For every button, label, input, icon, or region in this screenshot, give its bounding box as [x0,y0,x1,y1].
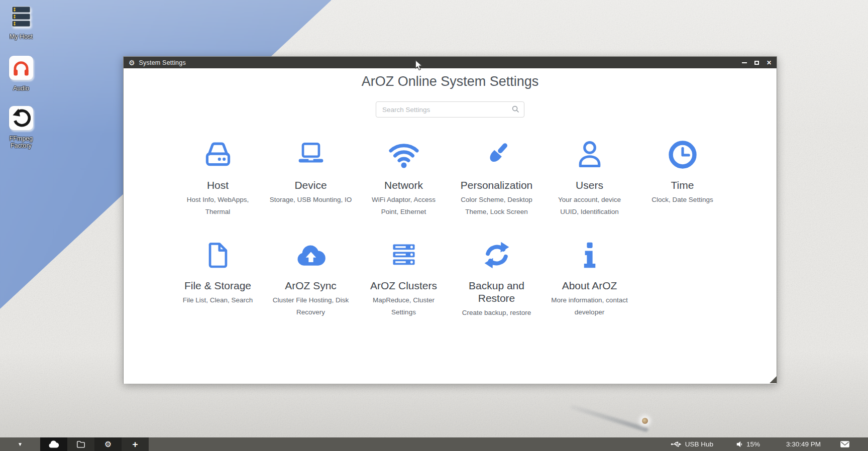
window-body: ArOZ Online System Settings [124,68,777,384]
users-icon [575,140,605,170]
wall-nail [642,418,648,424]
server-rack-icon [10,5,33,28]
settings-row-1: Host Host Info, WebApps, Thermal Device … [171,140,729,218]
envelope-icon [840,440,850,448]
desktop-icon-audio[interactable]: Audio [2,56,40,92]
minimize-button[interactable] [742,62,747,63]
settings-item-file-storage[interactable]: File & Storage File List, Clean, Search [171,240,264,319]
settings-grid: Host Host Info, WebApps, Thermal Device … [171,140,729,319]
gear-icon: ⚙ [104,440,112,448]
taskbar-status-area: USB Hub 15% 3:30:49 PM [671,440,868,448]
recycle-arrow-icon [12,108,31,128]
settings-item-subtitle: WiFi Adaptor, Access Point, Ethernet [362,194,445,218]
aroz-sync-icon [295,240,327,270]
settings-item-title: Network [384,179,423,191]
network-icon [387,140,420,170]
settings-item-title: Host [207,179,229,191]
settings-item-subtitle: Storage, USB Mounting, IO [270,194,352,206]
desktop-icon-ffmpeg-factory[interactable]: FFmpeg Factory [2,106,40,149]
window-resize-handle[interactable] [770,376,777,383]
mail-status[interactable] [840,440,850,448]
search-input[interactable] [376,101,524,118]
time-icon [668,140,698,170]
clock-status[interactable]: 3:30:49 PM [786,440,821,448]
settings-item-subtitle: Create backup, restore [462,307,531,319]
headphones-icon [12,58,31,77]
volume-status[interactable]: 15% [736,440,760,448]
taskbar: ▼ ⚙ + [0,437,868,451]
settings-item-users[interactable]: Users Your account, device UUID, Identif… [543,140,636,218]
settings-item-title: Device [294,179,327,191]
settings-item-time[interactable]: Time Clock, Date Settings [636,140,729,218]
taskbar-tile-settings[interactable]: ⚙ [94,437,122,451]
settings-item-title: ArOZ Sync [285,279,337,292]
cloud-icon [48,440,60,448]
settings-item-subtitle: MapReduce, Cluster Settings [362,294,445,318]
desktop: My Host Audio FFmpeg Factory ⚙ System Se… [0,0,868,451]
taskbar-tile-files[interactable] [67,437,94,451]
settings-item-title: Users [576,179,603,191]
settings-item-title: File & Storage [184,279,251,292]
settings-row-2: File & Storage File List, Clean, Search … [171,240,729,319]
settings-item-about-aroz[interactable]: About ArOZ More information, contact dev… [543,240,636,319]
taskbar-menu-arrow-icon[interactable]: ▼ [0,441,40,447]
settings-item-subtitle: File List, Clean, Search [183,294,253,306]
settings-item-backup-restore[interactable]: Backup and Restore Create backup, restor… [450,240,543,319]
usb-label: USB Hub [685,440,713,448]
settings-item-network[interactable]: Network WiFi Adaptor, Access Point, Ethe… [357,140,450,218]
settings-item-host[interactable]: Host Host Info, WebApps, Thermal [171,140,264,218]
settings-item-device[interactable]: Device Storage, USB Mounting, IO [264,140,357,218]
settings-item-personalization[interactable]: Personalization Color Scheme, Desktop Th… [450,140,543,218]
settings-item-subtitle: Clock, Date Settings [652,194,713,206]
settings-item-subtitle: Host Info, WebApps, Thermal [176,194,259,218]
settings-item-title: Backup and Restore [455,279,538,304]
system-settings-window: ⚙ System Settings ✕ ArOZ Online System S… [123,56,777,384]
speaker-icon [736,441,743,447]
settings-item-title: Personalization [461,179,533,191]
search-box [376,101,524,118]
maximize-button[interactable] [754,61,759,65]
desktop-icon-label: FFmpeg Factory [2,135,40,149]
search-icon [512,105,519,113]
aroz-clusters-icon [389,240,419,270]
device-icon [296,140,326,170]
desktop-icon-my-host[interactable]: My Host [2,5,40,40]
settings-item-title: About ArOZ [562,279,617,292]
window-titlebar[interactable]: ⚙ System Settings ✕ [124,57,777,68]
folder-icon [76,440,85,448]
about-aroz-icon [575,240,605,270]
usb-status[interactable]: USB Hub [671,440,713,448]
wall-nail-shadow [570,404,649,432]
file-storage-icon [203,240,233,270]
settings-item-title: Time [671,179,694,191]
gear-icon: ⚙ [129,59,135,66]
window-title: System Settings [139,59,186,66]
usb-icon [671,441,682,447]
taskbar-tile-add[interactable]: + [122,437,149,451]
page-title: ArOZ Online System Settings [124,74,777,89]
settings-item-subtitle: Cluster File Hosting, Disk Recovery [269,294,352,318]
personalization-icon [482,140,512,170]
backup-restore-icon [482,240,512,270]
settings-item-subtitle: More information, contact developer [548,294,631,318]
settings-item-aroz-clusters[interactable]: ArOZ Clusters MapReduce, Cluster Setting… [357,240,450,319]
volume-percent: 15% [746,440,760,448]
clock-text: 3:30:49 PM [786,440,821,448]
close-button[interactable]: ✕ [767,60,772,66]
desktop-icon-label: Audio [13,85,29,92]
settings-item-title: ArOZ Clusters [370,279,437,292]
desktop-icon-label: My Host [10,33,33,40]
plus-icon: + [132,439,138,449]
host-icon [203,140,233,170]
settings-item-subtitle: Your account, device UUID, Identificatio… [548,194,631,218]
settings-item-aroz-sync[interactable]: ArOZ Sync Cluster File Hosting, Disk Rec… [264,240,357,319]
taskbar-tile-cloud[interactable] [40,437,67,451]
settings-item-subtitle: Color Scheme, Desktop Theme, Lock Screen [455,194,538,218]
